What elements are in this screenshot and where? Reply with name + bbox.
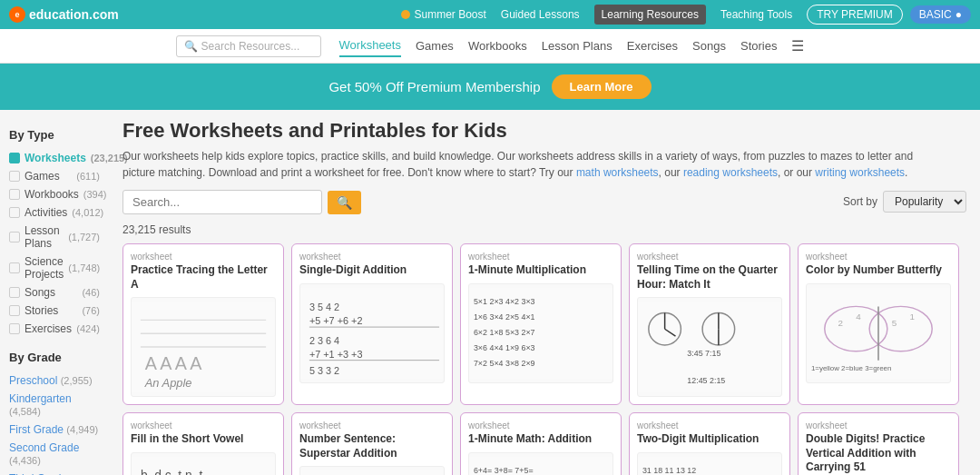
svg-text:5    3    3    2: 5 3 3 2	[309, 365, 339, 376]
worksheet-card-4[interactable]: worksheet Telling Time on the Quarter Ho…	[629, 243, 790, 405]
grade-third[interactable]: Third Grade (3,082)	[9, 470, 100, 475]
checkbox-science-projects[interactable]	[9, 262, 20, 273]
math-worksheets-link[interactable]: math worksheets	[576, 166, 659, 179]
worksheet-grid-row-1: worksheet Practice Tracing the Letter A …	[122, 243, 966, 405]
sidebar-type-worksheets[interactable]: Worksheets (23,215)	[9, 149, 100, 167]
worksheet-card-10[interactable]: worksheet Double Digits! Practice Vertic…	[798, 412, 959, 475]
checkbox-workbooks[interactable]	[9, 189, 20, 200]
user-icon: ●	[956, 8, 962, 21]
sidebar-type-activities[interactable]: Activities (4,012)	[9, 203, 100, 222]
worksheet-thumb-2: 3 5 4 2 +5 +7 +6 +2 2 3 6 4 +7 +1 +3 +3 …	[299, 283, 445, 383]
sort-dropdown[interactable]: Popularity	[883, 191, 966, 213]
grade-kindergarten[interactable]: Kindergarten (4,584)	[9, 390, 100, 421]
worksheet-thumb-4: 12:45 2:15 3:45 7:15	[637, 297, 782, 397]
search-resources-bar[interactable]: 🔍 Search Resources...	[176, 35, 321, 57]
svg-text:6×2  1×8  5×3  2×7: 6×2 1×8 5×3 2×7	[474, 328, 535, 337]
worksheet-grid-row-2: worksheet Fill in the Short Vowel b_d c_…	[122, 412, 966, 475]
worksheet-thumb-9: 31 18 11 13 12 ×2 ×4 ×9 ×7 ×4 34 47 22 6…	[637, 452, 782, 475]
svg-text:A A A A: A A A A	[145, 353, 202, 373]
page-title: Free Worksheets and Printables for Kids	[122, 119, 966, 143]
worksheet-card-7[interactable]: worksheet Number Sentence: Superstar Add…	[291, 412, 453, 475]
reading-worksheets-link[interactable]: reading worksheets	[683, 166, 778, 179]
checkbox-exercises[interactable]	[9, 323, 20, 334]
sidebar-type-science-projects[interactable]: Science Projects (1,748)	[9, 252, 100, 283]
worksheet-card-3[interactable]: worksheet 1-Minute Multiplication 5×1 2×…	[460, 243, 622, 405]
checkbox-songs[interactable]	[9, 287, 20, 298]
worksheet-card-5[interactable]: worksheet Color by Number Butterfly 2 4 …	[798, 243, 959, 405]
by-type-title: By Type	[9, 128, 100, 142]
top-nav: e education.com Summer Boost Guided Less…	[0, 0, 980, 29]
nav-lesson-plans[interactable]: Lesson Plans	[542, 35, 612, 56]
site-name: education.com	[29, 7, 119, 22]
nav-songs[interactable]: Songs	[692, 35, 726, 56]
checkbox-stories[interactable]	[9, 305, 20, 316]
worksheet-card-8[interactable]: worksheet 1-Minute Math: Addition 6+4= 3…	[460, 412, 622, 475]
svg-text:+5  +7  +6  +2: +5 +7 +6 +2	[309, 315, 363, 326]
guided-lessons-link[interactable]: Guided Lessons	[494, 5, 587, 25]
svg-text:1: 1	[910, 312, 915, 322]
teaching-tools-link[interactable]: Teaching Tools	[713, 5, 799, 25]
summer-boost-link[interactable]: Summer Boost	[401, 8, 485, 21]
checkbox-activities[interactable]	[9, 207, 20, 218]
results-count: 23,215 results	[122, 223, 966, 236]
nav-stories[interactable]: Stories	[740, 35, 777, 56]
worksheet-card-6[interactable]: worksheet Fill in the Short Vowel b_d c_…	[122, 412, 284, 475]
svg-text:12:45  2:15: 12:45 2:15	[687, 376, 725, 385]
nav-games[interactable]: Games	[416, 35, 454, 56]
search-button[interactable]: 🔍	[328, 191, 361, 214]
svg-text:5×1  2×3  4×2  3×3: 5×1 2×3 4×2 3×3	[474, 297, 535, 306]
svg-text:3    5    4    2: 3 5 4 2	[309, 302, 339, 312]
grade-second[interactable]: Second Grade (4,436)	[9, 439, 100, 470]
basic-button[interactable]: BASIC ●	[910, 5, 971, 24]
nav-worksheets[interactable]: Worksheets	[339, 35, 401, 57]
worksheet-card-2[interactable]: worksheet Single-Digit Addition 3 5 4 2 …	[291, 243, 453, 405]
more-menu-icon[interactable]: ☰	[791, 37, 804, 54]
svg-text:1=yellow 2=blue 3=green: 1=yellow 2=blue 3=green	[811, 364, 891, 372]
writing-worksheets-link[interactable]: writing worksheets	[815, 166, 905, 179]
content-area: Free Worksheets and Printables for Kids …	[109, 119, 980, 475]
checkbox-lesson-plans[interactable]	[9, 232, 20, 242]
secondary-nav-items: Worksheets Games Workbooks Lesson Plans …	[339, 35, 805, 57]
worksheet-thumb-3: 5×1 2×3 4×2 3×3 1×6 3×4 2×5 4×1 6×2 1×8 …	[468, 283, 613, 383]
sort-bar: Sort by Popularity	[843, 191, 966, 213]
sidebar-type-lesson-plans[interactable]: Lesson Plans (1,727)	[9, 222, 100, 252]
grade-preschool[interactable]: Preschool (2,955)	[9, 371, 100, 390]
banner-text: Get 50% Off Premium Membership	[328, 79, 540, 94]
sidebar-type-stories[interactable]: Stories (76)	[9, 302, 100, 320]
svg-text:31  18  11  13  12: 31 18 11 13 12	[642, 466, 696, 475]
learning-resources-link[interactable]: Learning Resources	[594, 5, 706, 25]
worksheet-card-1[interactable]: worksheet Practice Tracing the Letter A …	[122, 243, 284, 405]
svg-text:7×2  5×4  3×8  2×9: 7×2 5×4 3×8 2×9	[474, 358, 535, 367]
svg-text:b_d  c_t  n_t: b_d c_t n_t	[141, 468, 203, 475]
nav-exercises[interactable]: Exercises	[627, 35, 678, 56]
worksheet-thumb-1: A A A A An Apple	[131, 297, 276, 397]
grade-first[interactable]: First Grade (4,949)	[9, 421, 100, 439]
svg-text:2    3    6    4: 2 3 6 4	[309, 334, 339, 345]
sidebar-type-songs[interactable]: Songs (46)	[9, 283, 100, 302]
svg-text:+7  +1  +3  +3: +7 +1 +3 +3	[309, 348, 363, 359]
svg-text:2: 2	[838, 318, 843, 328]
search-icon: 🔍	[184, 40, 198, 53]
sidebar-type-workbooks[interactable]: Workbooks (394)	[9, 185, 100, 203]
search-input[interactable]	[122, 190, 322, 214]
sidebar-type-games[interactable]: Games (611)	[9, 167, 100, 185]
top-nav-right: Summer Boost Guided Lessons Learning Res…	[401, 5, 971, 25]
sidebar: By Type Worksheets (23,215) Games (611) …	[0, 119, 109, 475]
nav-workbooks[interactable]: Workbooks	[468, 35, 527, 56]
worksheet-thumb-5: 2 4 5 1 1=yellow 2=blue 3=green	[806, 283, 951, 383]
svg-text:1×6  3×4  2×5  4×1: 1×6 3×4 2×5 4×1	[474, 312, 535, 322]
svg-text:3×6  4×4  1×9  6×3: 3×6 4×4 1×9 6×3	[474, 342, 535, 351]
checkbox-games[interactable]	[9, 171, 20, 182]
checkbox-worksheets[interactable]	[9, 153, 20, 163]
sidebar-type-exercises[interactable]: Exercises (424)	[9, 320, 100, 338]
worksheet-thumb-8: 6+4= 3+8= 7+5= 9+2= 4+7= 8+3= 5+6= 2+9= …	[468, 452, 613, 475]
page-description: Our worksheets help kids explore topics,…	[122, 148, 939, 181]
worksheet-thumb-6: b_d c_t n_t 🐕 🐈 🦇	[131, 452, 276, 475]
svg-rect-46	[300, 471, 444, 475]
try-premium-button[interactable]: TRY PREMIUM	[807, 5, 903, 25]
svg-text:An Apple: An Apple	[144, 377, 192, 391]
worksheet-card-9[interactable]: worksheet Two-Digit Multiplication 31 18…	[629, 412, 790, 475]
learn-more-button[interactable]: Learn More	[552, 74, 652, 99]
site-logo[interactable]: e education.com	[9, 6, 119, 23]
secondary-nav: 🔍 Search Resources... Worksheets Games W…	[0, 29, 980, 64]
